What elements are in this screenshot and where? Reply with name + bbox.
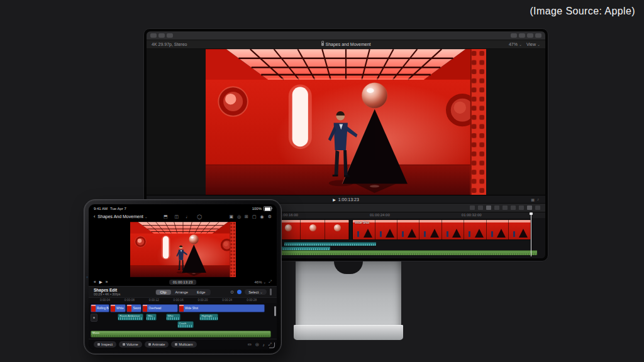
speaker-icon[interactable]: ♪ — [263, 343, 265, 347]
effects-browser-icon[interactable] — [167, 33, 173, 38]
settings-icon[interactable] — [535, 206, 540, 210]
clip-thumbnail — [127, 305, 131, 312]
effects-icon[interactable] — [519, 206, 524, 210]
ipad-bottom-toolbar: Inspect Volume Animate Multicam ▭ ◎ — [89, 339, 277, 349]
playhead[interactable] — [531, 212, 531, 256]
mirror-icon[interactable]: ◉ — [260, 214, 264, 219]
audio-note-icon[interactable]: ♪ — [537, 197, 539, 202]
link-icon[interactable]: ◎ — [237, 214, 241, 219]
chevron-down-icon: ⌄ — [519, 43, 522, 47]
ruler-label: 0:00:04 — [100, 299, 110, 302]
multicam-icon — [175, 343, 177, 346]
audio-meter-icon[interactable]: ▦ — [531, 197, 535, 202]
eye-icon[interactable]: ⊙ — [230, 290, 234, 295]
battery-icon — [264, 206, 272, 211]
viewer-canvas — [147, 49, 545, 195]
front-camera — [86, 276, 88, 278]
timecode-display: 1:00:13:23 — [338, 197, 359, 202]
camera-icon[interactable]: ◫ — [175, 214, 179, 219]
ruler-label: 0:00:20 — [197, 299, 208, 302]
status-time: 9:41 AM — [94, 207, 108, 211]
mic-icon[interactable]: ♩ — [186, 214, 190, 219]
inspect-button[interactable]: Inspect — [94, 341, 116, 348]
view-menu[interactable]: View ⌄ — [526, 42, 540, 47]
fullscreen-icon[interactable]: ⤢ — [269, 280, 272, 284]
ruler-label: 0:00:08 — [125, 299, 135, 302]
animate-button[interactable]: Animate — [145, 341, 169, 348]
timeline-toggle-icon[interactable] — [519, 33, 525, 38]
video-clip[interactable]: Rolling Ball — [91, 304, 109, 312]
index-toggle-icon[interactable] — [511, 33, 517, 38]
clip-thumbnail — [179, 305, 184, 312]
ipad-video-frame — [130, 222, 236, 277]
ipad-zoom-menu[interactable]: 46% ⌄ — [254, 280, 266, 284]
video-clip-wide-shot[interactable]: Wide Shot — [352, 219, 531, 240]
fcp-titlebar — [147, 31, 545, 40]
play-icon[interactable]: ▶ — [333, 197, 336, 202]
ruler-label: 0:00:12 — [149, 299, 159, 302]
audio-clip[interactable]: Hits — [146, 314, 156, 321]
volume-button[interactable]: Volume — [119, 341, 142, 348]
audio-clip[interactable]: Highlight — [199, 314, 218, 321]
sidebar-toggle-icon[interactable] — [150, 33, 157, 38]
import-icon[interactable]: ⬒ — [164, 214, 168, 219]
corner-resize-handle — [269, 343, 275, 348]
skip-back-icon[interactable]: « — [94, 280, 96, 284]
image-credit: (Image Source: Apple) — [530, 6, 635, 17]
animate-icon — [148, 343, 151, 346]
chevron-down-icon: ⌄ — [260, 290, 263, 294]
audio-clip[interactable]: Whir — [166, 314, 181, 321]
overwrite-icon[interactable] — [502, 206, 508, 210]
jump-button[interactable] — [237, 290, 242, 294]
segment-edge[interactable]: Edge — [192, 290, 210, 295]
monitor-stand-base — [294, 325, 403, 340]
audio-clip[interactable]: Room Ambience — [118, 314, 143, 321]
video-clip[interactable]: Wide Shot — [179, 304, 265, 312]
video-clip[interactable]: Sword — [126, 304, 142, 312]
ipad: 9:41 AM Tue Apr 7 100% ‹ Shapes And Move… — [84, 199, 282, 354]
inspector-toggle-icon[interactable] — [527, 33, 533, 38]
insert-icon[interactable] — [486, 206, 491, 210]
ipad-project-name: Shapes Edit — [94, 288, 120, 292]
segment-arrange[interactable]: Arrange — [170, 290, 192, 295]
volume-icon — [123, 343, 125, 346]
multicam-button[interactable]: Multicam — [171, 341, 196, 348]
ipad-project-meta: 00:29 • 4K • 30fps — [94, 292, 120, 296]
ruler-label: 0:00:24 — [222, 299, 232, 302]
chevron-down-icon: ⌄ — [263, 280, 266, 284]
status-date: Tue Apr 7 — [110, 207, 126, 211]
trash-icon[interactable]: ▭ — [248, 342, 252, 347]
ipad-viewer — [89, 221, 277, 278]
connect-icon[interactable] — [478, 206, 483, 210]
trim-tool-icon[interactable] — [511, 206, 516, 210]
share-icon[interactable] — [535, 33, 541, 38]
viewer-project-title: Shapes and Movement — [326, 42, 371, 47]
select-menu[interactable]: Select ⌄ — [245, 289, 267, 295]
audio-clip[interactable]: Crash — [177, 321, 194, 328]
ipad-timeline-tracks: Rolling Ball White Sword Overhead Wide S… — [89, 303, 277, 339]
video-clip[interactable]: White — [110, 304, 126, 312]
music-clip[interactable]: Music — [91, 331, 271, 337]
gap-clip[interactable] — [91, 314, 97, 322]
record-icon[interactable]: ◯ — [197, 214, 202, 219]
record-voiceover-icon[interactable]: ◎ — [255, 342, 259, 347]
append-icon[interactable] — [494, 206, 499, 210]
viewer-zoom-menu[interactable]: 47% ⌄ — [509, 42, 522, 47]
display-icon[interactable]: ▢ — [252, 214, 257, 219]
video-clip[interactable]: Overhead — [142, 304, 178, 312]
play-icon[interactable]: ▶ — [99, 280, 103, 285]
ipad-timeline-header: Shapes Edit 00:29 • 4K • 30fps Clip Arra… — [89, 286, 277, 297]
media-browser-icon[interactable] — [158, 33, 165, 38]
inspect-icon — [97, 343, 100, 346]
ipad-timeline-ruler[interactable]: 0:00:04 0:00:08 0:00:12 0:00:16 0:00:20 … — [89, 297, 277, 303]
airplay-icon[interactable]: ▣ — [229, 214, 233, 219]
settings-gear-icon[interactable]: ⚙ — [268, 214, 272, 219]
grid-icon[interactable]: ⊞ — [245, 214, 248, 219]
segment-clip[interactable]: Clip — [155, 290, 170, 295]
index-icon[interactable] — [470, 206, 475, 210]
zoom-slider[interactable] — [270, 288, 272, 295]
audio-clip[interactable] — [284, 242, 376, 246]
skip-forward-icon[interactable]: » — [106, 280, 108, 284]
timeline-scrollbar[interactable] — [274, 306, 276, 316]
transitions-icon[interactable] — [527, 206, 532, 210]
